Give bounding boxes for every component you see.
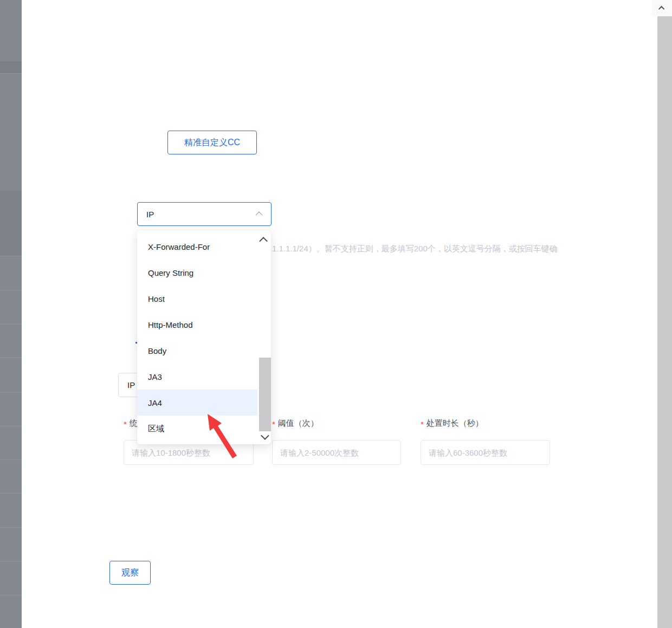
dropdown-item-ja3[interactable]: JA3 (137, 364, 257, 390)
chevron-up-icon (658, 6, 664, 12)
tab-observe[interactable]: 观察 (109, 561, 151, 585)
dropdown-scroll-up-button[interactable] (257, 235, 271, 245)
cc-rule-dialog: 基本信息 * 规则名称: 0/40 规则信息 * 防护类型: 智能CC 精准自定… (0, 0, 672, 628)
chevron-up-icon (259, 237, 268, 245)
condition-value-placeholder: 1.1.1.1/24）。暂不支持正则，最多填写200个，以英文逗号分隔，或按回车… (272, 244, 616, 254)
annotation-arrow (203, 411, 241, 462)
dropdown-item-http-method[interactable]: Http-Method (137, 312, 257, 338)
dropdown-item-query-string[interactable]: Query String (137, 260, 257, 286)
chevron-down-icon (261, 431, 269, 440)
stats-duration-label: * 处置时长（秒） (421, 418, 483, 430)
dropdown-item-x-forwarded-for[interactable]: X-Forwarded-For (137, 234, 257, 260)
stats-threshold-input[interactable] (273, 441, 400, 464)
page-backdrop (0, 0, 22, 628)
dropdown-scrollbar-thumb[interactable] (259, 358, 271, 431)
condition-field-select[interactable]: IP (137, 202, 272, 226)
scrollbar-up-button[interactable] (652, 0, 672, 16)
tab-custom-cc[interactable]: 精准自定义CC (167, 131, 257, 154)
stats-duration-input[interactable] (421, 441, 550, 464)
dropdown-item-body[interactable]: Body (137, 338, 257, 364)
scrollbar-thumb[interactable] (657, 16, 672, 628)
stats-duration-field (421, 440, 550, 465)
drawer-body (22, 0, 657, 628)
stats-threshold-field (272, 440, 401, 465)
dropdown-scroll-down-button[interactable] (257, 431, 271, 442)
dropdown-item-host[interactable]: Host (137, 286, 257, 312)
stats-threshold-label: * 阈值（次） (272, 418, 319, 430)
